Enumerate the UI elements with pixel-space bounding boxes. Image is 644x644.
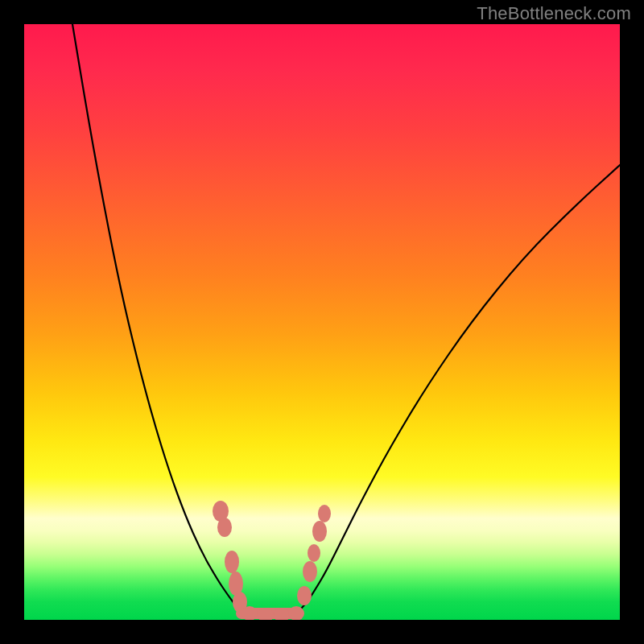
right-curve <box>298 165 620 612</box>
marker-right-0 <box>297 586 312 605</box>
left-curve <box>72 24 242 612</box>
marker-right-3 <box>312 521 327 542</box>
curves-layer <box>24 24 620 620</box>
marker-right-4 <box>318 505 331 522</box>
marker-left-1 <box>217 518 232 537</box>
markers-left-cluster <box>213 501 247 613</box>
marker-left-2 <box>225 551 239 573</box>
chart-frame: TheBottleneck.com <box>0 0 644 644</box>
watermark-text: TheBottleneck.com <box>477 3 631 24</box>
marker-right-2 <box>308 544 320 562</box>
marker-right-1 <box>303 561 317 582</box>
plot-area <box>24 24 620 620</box>
